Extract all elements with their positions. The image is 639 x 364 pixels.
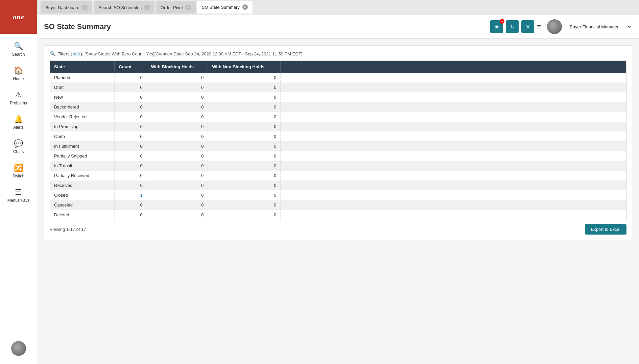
page-header: SO State Summary ★ ★ ↻ ✕ ≡	[37, 15, 639, 39]
menu-icon: ≡	[537, 23, 541, 30]
table-row: New000	[50, 92, 626, 102]
switch-icon: 🔀	[14, 164, 23, 172]
cell-blocking: 0	[147, 102, 208, 112]
cell-count: 0	[115, 73, 147, 82]
sidebar-item-switch[interactable]: 🔀 Switch	[7, 159, 29, 183]
header-actions: ★ ★ ↻ ✕ ≡ Buyer Financial Mana	[490, 19, 632, 34]
sidebar-item-avatar[interactable]	[11, 336, 26, 361]
cell-count[interactable]: 1	[115, 190, 147, 200]
cell-non-blocking: 0	[208, 161, 281, 171]
cell-non-blocking: 0	[208, 73, 281, 82]
tab-close-search-so-schedules[interactable]: ✕	[144, 5, 150, 10]
col-header-extra	[281, 61, 626, 73]
tab-close-order-pivot[interactable]: ✕	[186, 5, 191, 10]
sidebar-item-problems[interactable]: ⚠ Problems	[7, 86, 29, 110]
cell-non-blocking: 0	[208, 210, 281, 220]
star-button[interactable]: ★ ★	[490, 20, 503, 33]
tab-search-so-schedules[interactable]: Search SO Schedules ✕	[94, 1, 155, 14]
close-tab-button[interactable]: ✕	[521, 20, 534, 33]
cell-count: 0	[115, 102, 147, 112]
cell-extra	[281, 190, 626, 200]
user-role-select[interactable]: Buyer Financial Manager	[565, 22, 632, 32]
cell-blocking: 0	[147, 210, 208, 220]
refresh-button[interactable]: ↻	[506, 20, 519, 33]
col-header-blocking: With Blocking Holds	[147, 61, 208, 73]
home-icon: 🏠	[14, 66, 23, 75]
sidebar-item-alerts[interactable]: 🔔 Alerts	[7, 110, 29, 135]
filters-edit-link[interactable]: edit	[73, 51, 80, 56]
cell-extra	[281, 200, 626, 210]
cell-blocking: 0	[147, 131, 208, 141]
cell-blocking: 0	[147, 190, 208, 200]
cell-state: Closed	[50, 190, 115, 200]
cell-blocking: 0	[147, 73, 208, 82]
cell-state: Deleted	[50, 210, 115, 220]
cell-state: In Fulfillment	[50, 141, 115, 151]
tab-bar: Buyer Dashboard ✕ Search SO Schedules ✕ …	[37, 0, 639, 15]
cell-blocking: 0	[147, 112, 208, 122]
table-body: Planned000Draft000New000Backordered000Ve…	[50, 73, 626, 220]
cell-extra	[281, 112, 626, 122]
cell-non-blocking: 0	[208, 102, 281, 112]
cell-count: 0	[115, 210, 147, 220]
table-footer: Viewing 1-17 of 17 Export to Excel	[50, 224, 626, 235]
table-wrapper: StateCountWith Blocking HoldsWith Non Bl…	[50, 60, 626, 220]
cell-state: Received	[50, 180, 115, 190]
sidebar-label-home: Home	[13, 76, 24, 81]
tab-close-buyer-dashboard[interactable]: ✕	[82, 5, 88, 10]
cell-blocking: 0	[147, 82, 208, 92]
table-row: Backordered000	[50, 102, 626, 112]
filters-label: Filters	[57, 51, 69, 56]
cell-state: Partially Shipped	[50, 151, 115, 161]
cell-extra	[281, 180, 626, 190]
col-header-non_blocking: With Non Blocking Holds	[208, 61, 281, 73]
cell-extra	[281, 210, 626, 220]
tab-close-so-state-summary[interactable]: ✕	[242, 4, 248, 10]
cell-state: Vendor Rejected	[50, 112, 115, 122]
col-header-state: State	[50, 61, 115, 73]
filter-icon: 🔍	[50, 51, 55, 56]
sidebar-item-chats[interactable]: 💬 Chats	[7, 135, 29, 159]
tab-so-state-summary[interactable]: SO State Summary ✕	[197, 1, 253, 14]
cell-count: 0	[115, 141, 147, 151]
search-icon: 🔍	[14, 42, 23, 51]
sidebar-label-switch: Switch	[13, 174, 24, 178]
menu-button[interactable]: ≡	[537, 23, 541, 31]
cell-state: Draft	[50, 82, 115, 92]
sidebar-item-menus[interactable]: ☰ Menus/Favs	[7, 183, 29, 208]
main-panel: 🔍 Filters ( edit ): [Show States With Ze…	[44, 45, 632, 240]
cell-count: 0	[115, 171, 147, 180]
close-icon: ✕	[526, 24, 530, 30]
export-to-excel-button[interactable]: Export to Excel	[585, 224, 626, 235]
sidebar-item-search[interactable]: 🔍 Search	[7, 37, 29, 62]
cell-count: 0	[115, 92, 147, 102]
cell-non-blocking: 0	[208, 180, 281, 190]
cell-extra	[281, 122, 626, 131]
sidebar-item-home[interactable]: 🏠 Home	[7, 62, 29, 86]
sidebar-label-chats: Chats	[13, 149, 24, 154]
tab-buyer-dashboard[interactable]: Buyer Dashboard ✕	[41, 1, 92, 14]
col-header-count: Count	[115, 61, 147, 73]
cell-blocking: 0	[147, 151, 208, 161]
app-logo[interactable]: one	[0, 0, 37, 34]
tab-label-buyer-dashboard: Buyer Dashboard	[45, 5, 79, 10]
sidebar-label-search: Search	[12, 52, 25, 57]
cell-non-blocking: 0	[208, 131, 281, 141]
problems-icon: ⚠	[15, 91, 22, 99]
cell-count: 0	[115, 161, 147, 171]
cell-non-blocking: 0	[208, 141, 281, 151]
table-row: Partially Shipped000	[50, 151, 626, 161]
tab-order-pivot[interactable]: Order Pivot ✕	[156, 1, 196, 14]
cell-extra	[281, 171, 626, 180]
cell-non-blocking: 0	[208, 200, 281, 210]
table-row: In Promising000	[50, 122, 626, 131]
table-row: Canceled000	[50, 200, 626, 210]
tab-label-search-so-schedules: Search SO Schedules	[98, 5, 142, 10]
cell-blocking: 0	[147, 161, 208, 171]
page-title: SO State Summary	[44, 22, 490, 31]
cell-blocking: 0	[147, 92, 208, 102]
sidebar-label-problems: Problems	[10, 101, 27, 105]
cell-blocking: 0	[147, 171, 208, 180]
chats-icon: 💬	[14, 139, 23, 148]
cell-non-blocking: 0	[208, 92, 281, 102]
